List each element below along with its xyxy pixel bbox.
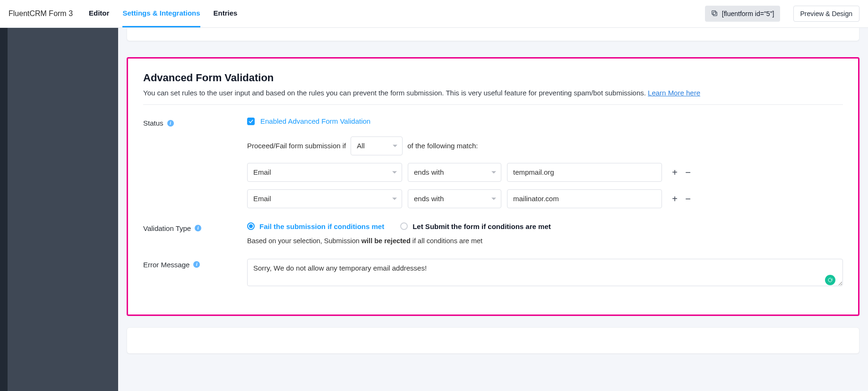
validation-type-label: Validation Type i <box>143 222 247 232</box>
enable-validation-checkbox[interactable]: Enabled Advanced Form Validation <box>247 117 370 125</box>
app-title: FluentCRM Form 3 <box>9 9 73 18</box>
tab-editor[interactable]: Editor <box>89 0 109 27</box>
preview-design-button[interactable]: Preview & Design <box>793 6 860 22</box>
add-rule-button[interactable]: + <box>670 195 679 203</box>
chevron-down-icon <box>392 197 397 200</box>
card-divider <box>143 104 843 105</box>
match-mode-select[interactable]: All <box>351 136 403 155</box>
radio-selected-icon <box>247 222 255 230</box>
info-icon[interactable]: i <box>193 261 200 268</box>
shortcode-text: [fluentform id="5"] <box>722 10 774 17</box>
validation-type-pass-radio[interactable]: Let Submit the form if conditions are me… <box>400 222 551 230</box>
card-title: Advanced Form Validation <box>143 72 843 84</box>
card-lead: You can set rules to the user input and … <box>143 89 843 97</box>
tab-settings-integrations[interactable]: Settings & Integrations <box>122 0 200 27</box>
status-label: Status i <box>143 117 247 127</box>
shell: Advanced Form Validation You can set rul… <box>0 28 868 391</box>
rule-field-select[interactable]: Email <box>247 189 402 208</box>
topbar: FluentCRM Form 3 Editor Settings & Integ… <box>0 0 868 28</box>
radio-unselected-icon <box>400 222 408 230</box>
error-message-row: Error Message i <box>143 259 843 288</box>
info-icon[interactable]: i <box>195 225 201 231</box>
checkbox-checked-icon <box>247 118 255 125</box>
rule-value-input[interactable] <box>507 189 662 208</box>
rule-operator-select[interactable]: ends with <box>408 163 501 182</box>
svg-rect-1 <box>712 10 715 14</box>
remove-rule-button[interactable]: − <box>684 168 692 177</box>
settings-sidebar <box>8 28 118 391</box>
tabs: Editor Settings & Integrations Entries <box>89 0 237 27</box>
remove-rule-button[interactable]: − <box>684 195 692 203</box>
chevron-down-icon <box>393 144 397 147</box>
card-below-placeholder <box>127 327 859 354</box>
chevron-down-icon <box>491 197 496 200</box>
chevron-down-icon <box>392 171 397 173</box>
rule-operator-select[interactable]: ends with <box>408 189 501 208</box>
match-mode-sentence: Proceed/Fail form submission if All of t… <box>247 136 843 155</box>
rule-row: Email ends with + − <box>247 189 843 208</box>
svg-rect-0 <box>713 12 717 16</box>
tab-entries[interactable]: Entries <box>214 0 238 27</box>
validation-type-fail-radio[interactable]: Fail the submission if conditions met <box>247 222 384 230</box>
status-row: Status i Enabled Advanced Form Validatio… <box>143 117 843 208</box>
validation-type-row: Validation Type i Fail the submission if… <box>143 222 843 245</box>
add-rule-button[interactable]: + <box>670 168 679 177</box>
rule-value-input[interactable] <box>507 163 662 182</box>
content: Advanced Form Validation You can set rul… <box>118 28 868 391</box>
card-above-placeholder <box>127 28 859 41</box>
validation-type-help: Based on your selection, Submission will… <box>247 237 843 245</box>
rule-field-select[interactable]: Email <box>247 163 402 182</box>
error-message-textarea[interactable] <box>247 259 843 286</box>
error-message-label: Error Message i <box>143 259 247 269</box>
chevron-down-icon <box>491 171 496 173</box>
grammarly-icon[interactable] <box>825 275 835 285</box>
copy-icon <box>711 9 718 18</box>
wp-admin-rail <box>0 28 8 391</box>
rule-row: Email ends with + − <box>247 163 843 182</box>
advanced-validation-card: Advanced Form Validation You can set rul… <box>127 57 859 316</box>
learn-more-link[interactable]: Learn More here <box>648 89 700 97</box>
info-icon[interactable]: i <box>167 120 174 127</box>
shortcode-badge[interactable]: [fluentform id="5"] <box>705 6 780 22</box>
